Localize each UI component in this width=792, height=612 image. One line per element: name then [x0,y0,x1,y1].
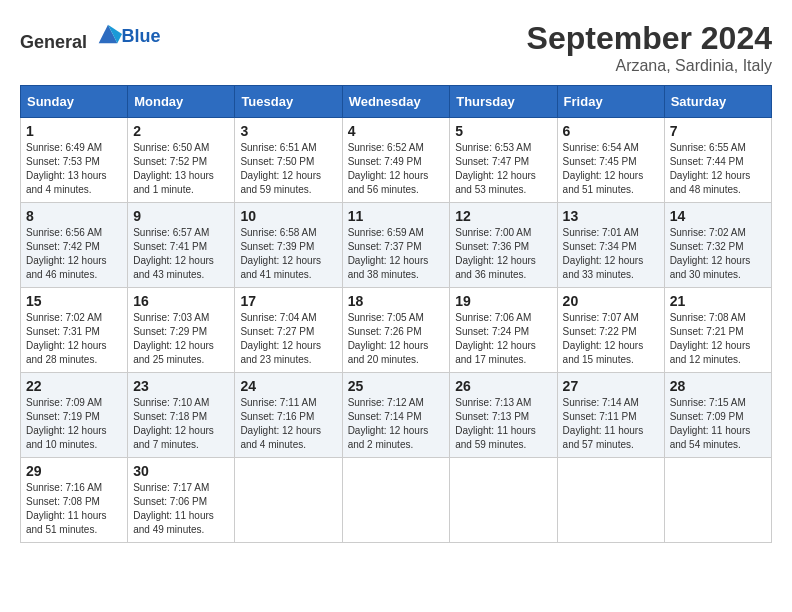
calendar-cell: 2Sunrise: 6:50 AMSunset: 7:52 PMDaylight… [128,118,235,203]
location-title: Arzana, Sardinia, Italy [527,57,772,75]
day-number: 15 [26,293,122,309]
calendar-cell: 29Sunrise: 7:16 AMSunset: 7:08 PMDayligh… [21,458,128,543]
calendar-cell: 14Sunrise: 7:02 AMSunset: 7:32 PMDayligh… [664,203,771,288]
weekday-header-wednesday: Wednesday [342,86,450,118]
day-info: Sunrise: 7:13 AMSunset: 7:13 PMDaylight:… [455,396,551,452]
calendar-cell: 6Sunrise: 6:54 AMSunset: 7:45 PMDaylight… [557,118,664,203]
day-number: 5 [455,123,551,139]
day-info: Sunrise: 7:17 AMSunset: 7:06 PMDaylight:… [133,481,229,537]
calendar-cell: 5Sunrise: 6:53 AMSunset: 7:47 PMDaylight… [450,118,557,203]
day-number: 9 [133,208,229,224]
day-number: 11 [348,208,445,224]
calendar-week-row: 29Sunrise: 7:16 AMSunset: 7:08 PMDayligh… [21,458,772,543]
calendar-week-row: 15Sunrise: 7:02 AMSunset: 7:31 PMDayligh… [21,288,772,373]
calendar-cell [450,458,557,543]
day-info: Sunrise: 7:02 AMSunset: 7:32 PMDaylight:… [670,226,766,282]
calendar-cell: 4Sunrise: 6:52 AMSunset: 7:49 PMDaylight… [342,118,450,203]
title-area: September 2024 Arzana, Sardinia, Italy [527,20,772,75]
day-number: 29 [26,463,122,479]
logo-icon [94,20,122,48]
day-number: 23 [133,378,229,394]
day-info: Sunrise: 6:57 AMSunset: 7:41 PMDaylight:… [133,226,229,282]
day-info: Sunrise: 6:59 AMSunset: 7:37 PMDaylight:… [348,226,445,282]
day-info: Sunrise: 6:55 AMSunset: 7:44 PMDaylight:… [670,141,766,197]
day-number: 17 [240,293,336,309]
logo-blue: Blue [122,26,161,46]
day-info: Sunrise: 7:15 AMSunset: 7:09 PMDaylight:… [670,396,766,452]
weekday-header-thursday: Thursday [450,86,557,118]
day-info: Sunrise: 7:07 AMSunset: 7:22 PMDaylight:… [563,311,659,367]
calendar-table: SundayMondayTuesdayWednesdayThursdayFrid… [20,85,772,543]
day-number: 13 [563,208,659,224]
calendar-cell: 23Sunrise: 7:10 AMSunset: 7:18 PMDayligh… [128,373,235,458]
day-info: Sunrise: 7:09 AMSunset: 7:19 PMDaylight:… [26,396,122,452]
day-info: Sunrise: 6:50 AMSunset: 7:52 PMDaylight:… [133,141,229,197]
calendar-cell: 1Sunrise: 6:49 AMSunset: 7:53 PMDaylight… [21,118,128,203]
calendar-cell: 10Sunrise: 6:58 AMSunset: 7:39 PMDayligh… [235,203,342,288]
day-info: Sunrise: 6:49 AMSunset: 7:53 PMDaylight:… [26,141,122,197]
weekday-header-row: SundayMondayTuesdayWednesdayThursdayFrid… [21,86,772,118]
day-info: Sunrise: 7:05 AMSunset: 7:26 PMDaylight:… [348,311,445,367]
day-number: 16 [133,293,229,309]
day-info: Sunrise: 6:54 AMSunset: 7:45 PMDaylight:… [563,141,659,197]
calendar-cell [557,458,664,543]
day-number: 8 [26,208,122,224]
weekday-header-saturday: Saturday [664,86,771,118]
calendar-week-row: 8Sunrise: 6:56 AMSunset: 7:42 PMDaylight… [21,203,772,288]
calendar-cell: 9Sunrise: 6:57 AMSunset: 7:41 PMDaylight… [128,203,235,288]
calendar-cell: 24Sunrise: 7:11 AMSunset: 7:16 PMDayligh… [235,373,342,458]
day-info: Sunrise: 7:03 AMSunset: 7:29 PMDaylight:… [133,311,229,367]
day-info: Sunrise: 7:06 AMSunset: 7:24 PMDaylight:… [455,311,551,367]
day-info: Sunrise: 7:01 AMSunset: 7:34 PMDaylight:… [563,226,659,282]
day-info: Sunrise: 7:04 AMSunset: 7:27 PMDaylight:… [240,311,336,367]
day-info: Sunrise: 7:00 AMSunset: 7:36 PMDaylight:… [455,226,551,282]
calendar-cell: 26Sunrise: 7:13 AMSunset: 7:13 PMDayligh… [450,373,557,458]
day-number: 30 [133,463,229,479]
day-number: 28 [670,378,766,394]
day-info: Sunrise: 6:56 AMSunset: 7:42 PMDaylight:… [26,226,122,282]
day-number: 2 [133,123,229,139]
calendar-cell: 12Sunrise: 7:00 AMSunset: 7:36 PMDayligh… [450,203,557,288]
day-info: Sunrise: 7:12 AMSunset: 7:14 PMDaylight:… [348,396,445,452]
calendar-week-row: 22Sunrise: 7:09 AMSunset: 7:19 PMDayligh… [21,373,772,458]
calendar-cell: 19Sunrise: 7:06 AMSunset: 7:24 PMDayligh… [450,288,557,373]
calendar-cell: 28Sunrise: 7:15 AMSunset: 7:09 PMDayligh… [664,373,771,458]
day-number: 25 [348,378,445,394]
day-number: 7 [670,123,766,139]
calendar-cell: 3Sunrise: 6:51 AMSunset: 7:50 PMDaylight… [235,118,342,203]
calendar-cell: 17Sunrise: 7:04 AMSunset: 7:27 PMDayligh… [235,288,342,373]
day-number: 20 [563,293,659,309]
calendar-cell: 13Sunrise: 7:01 AMSunset: 7:34 PMDayligh… [557,203,664,288]
day-info: Sunrise: 7:14 AMSunset: 7:11 PMDaylight:… [563,396,659,452]
day-info: Sunrise: 7:16 AMSunset: 7:08 PMDaylight:… [26,481,122,537]
calendar-cell: 8Sunrise: 6:56 AMSunset: 7:42 PMDaylight… [21,203,128,288]
day-info: Sunrise: 7:10 AMSunset: 7:18 PMDaylight:… [133,396,229,452]
logo-general: General [20,32,87,52]
calendar-cell [664,458,771,543]
logo: General Blue [20,20,161,53]
day-number: 24 [240,378,336,394]
day-info: Sunrise: 6:53 AMSunset: 7:47 PMDaylight:… [455,141,551,197]
day-number: 18 [348,293,445,309]
day-number: 10 [240,208,336,224]
calendar-cell: 22Sunrise: 7:09 AMSunset: 7:19 PMDayligh… [21,373,128,458]
day-number: 19 [455,293,551,309]
calendar-cell: 11Sunrise: 6:59 AMSunset: 7:37 PMDayligh… [342,203,450,288]
day-info: Sunrise: 6:58 AMSunset: 7:39 PMDaylight:… [240,226,336,282]
calendar-cell: 21Sunrise: 7:08 AMSunset: 7:21 PMDayligh… [664,288,771,373]
day-info: Sunrise: 7:11 AMSunset: 7:16 PMDaylight:… [240,396,336,452]
weekday-header-tuesday: Tuesday [235,86,342,118]
day-number: 1 [26,123,122,139]
day-number: 22 [26,378,122,394]
calendar-cell: 15Sunrise: 7:02 AMSunset: 7:31 PMDayligh… [21,288,128,373]
calendar-cell: 25Sunrise: 7:12 AMSunset: 7:14 PMDayligh… [342,373,450,458]
day-info: Sunrise: 7:02 AMSunset: 7:31 PMDaylight:… [26,311,122,367]
calendar-cell [342,458,450,543]
day-number: 21 [670,293,766,309]
calendar-cell: 7Sunrise: 6:55 AMSunset: 7:44 PMDaylight… [664,118,771,203]
day-number: 12 [455,208,551,224]
calendar-week-row: 1Sunrise: 6:49 AMSunset: 7:53 PMDaylight… [21,118,772,203]
day-number: 3 [240,123,336,139]
day-number: 14 [670,208,766,224]
page-header: General Blue September 2024 Arzana, Sard… [20,20,772,75]
